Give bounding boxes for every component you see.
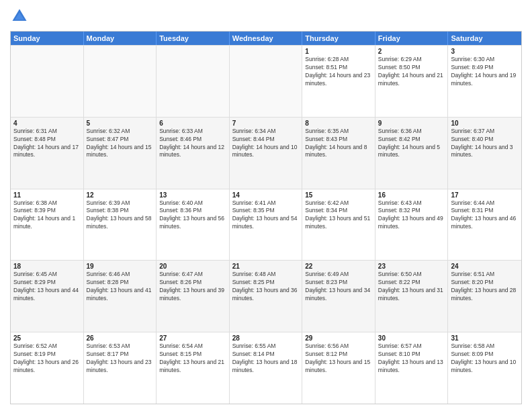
empty-cell <box>84 46 157 117</box>
day-info: Sunrise: 6:37 AM Sunset: 8:40 PM Dayligh… <box>451 128 519 160</box>
day-info: Sunrise: 6:29 AM Sunset: 8:50 PM Dayligh… <box>378 56 445 88</box>
day-cell-28: 28Sunrise: 6:55 AM Sunset: 8:14 PM Dayli… <box>230 332 303 404</box>
day-cell-25: 25Sunrise: 6:52 AM Sunset: 8:19 PM Dayli… <box>11 332 84 404</box>
day-number: 21 <box>232 263 300 270</box>
day-cell-21: 21Sunrise: 6:48 AM Sunset: 8:25 PM Dayli… <box>230 261 303 332</box>
day-cell-22: 22Sunrise: 6:49 AM Sunset: 8:23 PM Dayli… <box>302 261 375 332</box>
day-info: Sunrise: 6:33 AM Sunset: 8:46 PM Dayligh… <box>159 128 226 160</box>
logo <box>10 7 32 26</box>
day-cell-19: 19Sunrise: 6:46 AM Sunset: 8:28 PM Dayli… <box>84 261 157 332</box>
day-header-monday: Monday <box>84 32 157 45</box>
day-header-sunday: Sunday <box>11 32 84 45</box>
day-number: 18 <box>13 263 81 270</box>
day-number: 2 <box>378 48 445 55</box>
day-info: Sunrise: 6:51 AM Sunset: 8:20 PM Dayligh… <box>451 271 519 303</box>
day-cell-23: 23Sunrise: 6:50 AM Sunset: 8:22 PM Dayli… <box>375 261 449 332</box>
day-number: 16 <box>378 191 445 199</box>
day-info: Sunrise: 6:30 AM Sunset: 8:49 PM Dayligh… <box>451 56 519 88</box>
day-cell-13: 13Sunrise: 6:40 AM Sunset: 8:36 PM Dayli… <box>157 189 230 261</box>
day-info: Sunrise: 6:52 AM Sunset: 8:19 PM Dayligh… <box>13 342 81 375</box>
day-header-saturday: Saturday <box>448 32 521 45</box>
day-number: 13 <box>159 191 226 199</box>
empty-cell <box>230 46 303 117</box>
day-info: Sunrise: 6:39 AM Sunset: 8:38 PM Dayligh… <box>87 199 154 232</box>
day-number: 20 <box>159 263 226 270</box>
day-cell-30: 30Sunrise: 6:57 AM Sunset: 8:10 PM Dayli… <box>375 332 449 404</box>
day-cell-6: 6Sunrise: 6:33 AM Sunset: 8:46 PM Daylig… <box>157 118 230 189</box>
day-number: 15 <box>305 191 372 199</box>
empty-cell <box>11 46 84 117</box>
day-number: 19 <box>87 263 154 270</box>
day-info: Sunrise: 6:40 AM Sunset: 8:36 PM Dayligh… <box>159 199 226 232</box>
day-number: 6 <box>159 120 226 127</box>
day-info: Sunrise: 6:54 AM Sunset: 8:15 PM Dayligh… <box>159 342 226 375</box>
day-info: Sunrise: 6:44 AM Sunset: 8:31 PM Dayligh… <box>451 199 519 232</box>
calendar-row-4: 18Sunrise: 6:45 AM Sunset: 8:29 PM Dayli… <box>11 260 521 332</box>
day-number: 7 <box>232 120 300 127</box>
day-info: Sunrise: 6:42 AM Sunset: 8:34 PM Dayligh… <box>305 199 372 232</box>
day-info: Sunrise: 6:47 AM Sunset: 8:26 PM Dayligh… <box>159 271 226 303</box>
day-header-thursday: Thursday <box>302 32 375 45</box>
calendar-body: 1Sunrise: 6:28 AM Sunset: 8:51 PM Daylig… <box>11 45 521 404</box>
day-header-tuesday: Tuesday <box>157 32 230 45</box>
day-cell-16: 16Sunrise: 6:43 AM Sunset: 8:32 PM Dayli… <box>375 189 449 261</box>
day-number: 10 <box>451 120 519 127</box>
day-number: 28 <box>232 334 300 342</box>
calendar-row-1: 1Sunrise: 6:28 AM Sunset: 8:51 PM Daylig… <box>11 45 521 117</box>
day-cell-14: 14Sunrise: 6:41 AM Sunset: 8:35 PM Dayli… <box>230 189 303 261</box>
day-info: Sunrise: 6:46 AM Sunset: 8:28 PM Dayligh… <box>87 271 154 303</box>
day-number: 26 <box>87 334 154 342</box>
day-cell-15: 15Sunrise: 6:42 AM Sunset: 8:34 PM Dayli… <box>302 189 375 261</box>
day-cell-2: 2Sunrise: 6:29 AM Sunset: 8:50 PM Daylig… <box>375 46 449 117</box>
day-cell-7: 7Sunrise: 6:34 AM Sunset: 8:44 PM Daylig… <box>230 118 303 189</box>
day-cell-4: 4Sunrise: 6:31 AM Sunset: 8:48 PM Daylig… <box>11 118 84 189</box>
day-number: 25 <box>13 334 81 342</box>
day-header-friday: Friday <box>375 32 449 45</box>
day-cell-12: 12Sunrise: 6:39 AM Sunset: 8:38 PM Dayli… <box>84 189 157 261</box>
day-number: 29 <box>305 334 372 342</box>
day-number: 31 <box>451 334 519 342</box>
day-number: 1 <box>305 48 372 55</box>
day-cell-18: 18Sunrise: 6:45 AM Sunset: 8:29 PM Dayli… <box>11 261 84 332</box>
day-number: 30 <box>378 334 445 342</box>
day-info: Sunrise: 6:58 AM Sunset: 8:09 PM Dayligh… <box>451 342 519 375</box>
day-info: Sunrise: 6:34 AM Sunset: 8:44 PM Dayligh… <box>232 128 300 160</box>
day-info: Sunrise: 6:48 AM Sunset: 8:25 PM Dayligh… <box>232 271 300 303</box>
day-cell-27: 27Sunrise: 6:54 AM Sunset: 8:15 PM Dayli… <box>157 332 230 404</box>
day-number: 12 <box>87 191 154 199</box>
day-info: Sunrise: 6:50 AM Sunset: 8:22 PM Dayligh… <box>378 271 445 303</box>
day-info: Sunrise: 6:55 AM Sunset: 8:14 PM Dayligh… <box>232 342 300 375</box>
day-info: Sunrise: 6:28 AM Sunset: 8:51 PM Dayligh… <box>305 56 372 88</box>
calendar: SundayMondayTuesdayWednesdayThursdayFrid… <box>10 31 522 404</box>
day-info: Sunrise: 6:32 AM Sunset: 8:47 PM Dayligh… <box>87 128 154 160</box>
calendar-row-2: 4Sunrise: 6:31 AM Sunset: 8:48 PM Daylig… <box>11 117 521 189</box>
day-number: 14 <box>232 191 300 199</box>
day-info: Sunrise: 6:36 AM Sunset: 8:42 PM Dayligh… <box>378 128 445 160</box>
calendar-header: SundayMondayTuesdayWednesdayThursdayFrid… <box>11 32 521 45</box>
day-header-wednesday: Wednesday <box>230 32 303 45</box>
day-cell-9: 9Sunrise: 6:36 AM Sunset: 8:42 PM Daylig… <box>375 118 449 189</box>
day-number: 4 <box>13 120 81 127</box>
day-cell-10: 10Sunrise: 6:37 AM Sunset: 8:40 PM Dayli… <box>448 118 521 189</box>
logo-icon <box>10 7 29 26</box>
day-cell-24: 24Sunrise: 6:51 AM Sunset: 8:20 PM Dayli… <box>448 261 521 332</box>
calendar-row-5: 25Sunrise: 6:52 AM Sunset: 8:19 PM Dayli… <box>11 332 521 404</box>
day-cell-17: 17Sunrise: 6:44 AM Sunset: 8:31 PM Dayli… <box>448 189 521 261</box>
day-number: 3 <box>451 48 519 55</box>
day-number: 23 <box>378 263 445 270</box>
page: SundayMondayTuesdayWednesdayThursdayFrid… <box>0 0 532 411</box>
day-info: Sunrise: 6:53 AM Sunset: 8:17 PM Dayligh… <box>87 342 154 375</box>
day-cell-31: 31Sunrise: 6:58 AM Sunset: 8:09 PM Dayli… <box>448 332 521 404</box>
day-cell-26: 26Sunrise: 6:53 AM Sunset: 8:17 PM Dayli… <box>84 332 157 404</box>
day-cell-11: 11Sunrise: 6:38 AM Sunset: 8:39 PM Dayli… <box>11 189 84 261</box>
day-cell-1: 1Sunrise: 6:28 AM Sunset: 8:51 PM Daylig… <box>302 46 375 117</box>
day-info: Sunrise: 6:35 AM Sunset: 8:43 PM Dayligh… <box>305 128 372 160</box>
day-info: Sunrise: 6:57 AM Sunset: 8:10 PM Dayligh… <box>378 342 445 375</box>
day-info: Sunrise: 6:38 AM Sunset: 8:39 PM Dayligh… <box>13 199 81 232</box>
day-number: 27 <box>159 334 226 342</box>
day-info: Sunrise: 6:41 AM Sunset: 8:35 PM Dayligh… <box>232 199 300 232</box>
day-cell-8: 8Sunrise: 6:35 AM Sunset: 8:43 PM Daylig… <box>302 118 375 189</box>
day-number: 17 <box>451 191 519 199</box>
day-number: 11 <box>13 191 81 199</box>
day-number: 8 <box>305 120 372 127</box>
